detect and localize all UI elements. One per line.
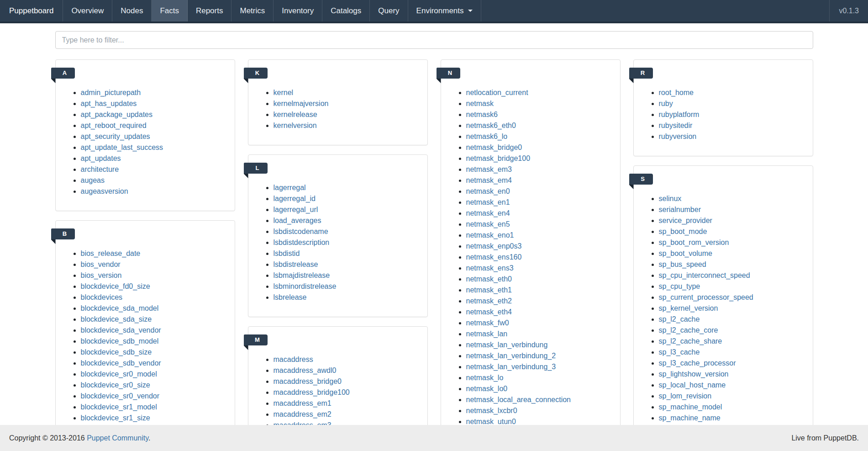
fact-link[interactable]: macaddress_bridge100	[274, 388, 350, 396]
fact-link[interactable]: architecture	[81, 165, 119, 173]
fact-link[interactable]: lagerregal_url	[274, 206, 318, 213]
fact-link[interactable]: netmask_em3	[466, 165, 512, 173]
nav-item-query[interactable]: Query	[370, 0, 408, 21]
fact-link[interactable]: netmask6	[466, 111, 498, 118]
fact-link[interactable]: macaddress_bridge0	[274, 377, 342, 385]
fact-link[interactable]: lsbdistrelease	[274, 260, 318, 268]
fact-link[interactable]: sp_lightshow_version	[659, 370, 729, 378]
fact-link[interactable]: kernelmajversion	[274, 100, 329, 107]
nav-item-nodes[interactable]: Nodes	[112, 0, 152, 21]
fact-link[interactable]: netmask_em4	[466, 176, 512, 184]
nav-item-metrics[interactable]: Metrics	[231, 0, 274, 21]
fact-link[interactable]: netmask_eno1	[466, 231, 514, 239]
fact-link[interactable]: sp_l3_cache_processor	[659, 359, 736, 367]
fact-link[interactable]: apt_package_updates	[81, 111, 153, 118]
fact-link[interactable]: service_provider	[659, 217, 712, 224]
fact-link[interactable]: apt_security_updates	[81, 133, 150, 140]
fact-link[interactable]: blockdevice_sda_model	[81, 304, 159, 312]
fact-link[interactable]: apt_updates	[81, 154, 121, 162]
fact-link[interactable]: netlocation_current	[466, 89, 528, 96]
fact-link[interactable]: root_home	[659, 89, 694, 96]
fact-link[interactable]: bios_release_date	[81, 249, 141, 257]
brand-link[interactable]: Puppetboard	[0, 0, 63, 21]
fact-link[interactable]: netmask_lan_verbindung_3	[466, 363, 556, 371]
fact-link[interactable]: blockdevice_sr0_model	[81, 370, 157, 378]
fact-link[interactable]: augeasversion	[81, 187, 128, 195]
fact-link[interactable]: sp_l2_cache	[659, 315, 700, 323]
fact-link[interactable]: sp_local_host_name	[659, 381, 726, 389]
fact-link[interactable]: sp_current_processor_speed	[659, 293, 753, 301]
fact-link[interactable]: netmask_ens3	[466, 264, 514, 272]
fact-link[interactable]: augeas	[81, 176, 105, 184]
fact-link[interactable]: netmask_bridge0	[466, 143, 522, 151]
fact-link[interactable]: blockdevice_sda_vendor	[81, 326, 161, 334]
nav-item-inventory[interactable]: Inventory	[274, 0, 322, 21]
fact-link[interactable]: bios_vendor	[81, 260, 121, 268]
fact-link[interactable]: blockdevice_fd0_size	[81, 282, 150, 290]
puppet-community-link[interactable]: Puppet Community	[87, 434, 148, 442]
fact-link[interactable]: netmask_fw0	[466, 319, 509, 327]
fact-link[interactable]: blockdevice_sr0_size	[81, 381, 150, 389]
nav-item-reports[interactable]: Reports	[188, 0, 232, 21]
fact-link[interactable]: netmask6_eth0	[466, 122, 516, 129]
fact-link[interactable]: bios_version	[81, 271, 122, 279]
fact-link[interactable]: sp_boot_rom_version	[659, 239, 729, 246]
fact-link[interactable]: netmask_lan_verbindung	[466, 341, 548, 349]
fact-link[interactable]: sp_boot_mode	[659, 228, 707, 235]
fact-link[interactable]: macaddress_em1	[274, 399, 331, 407]
fact-link[interactable]: load_averages	[274, 217, 321, 224]
fact-link[interactable]: ruby	[659, 100, 673, 107]
fact-link[interactable]: netmask_enp0s3	[466, 242, 522, 250]
fact-link[interactable]: sp_kernel_version	[659, 304, 718, 312]
fact-link[interactable]: kernel	[274, 89, 294, 96]
fact-link[interactable]: netmask_lo	[466, 374, 504, 382]
fact-link[interactable]: blockdevice_sdb_vendor	[81, 359, 161, 367]
fact-link[interactable]: netmask_lan_verbindung_2	[466, 352, 556, 360]
fact-link[interactable]: netmask_local_area_connection	[466, 396, 571, 403]
fact-link[interactable]: blockdevice_sr1_model	[81, 403, 157, 411]
fact-link[interactable]: blockdevice_sdb_model	[81, 337, 159, 345]
fact-link[interactable]: netmask_eth2	[466, 297, 512, 305]
fact-link[interactable]: netmask_eth0	[466, 275, 512, 283]
fact-link[interactable]: sp_cpu_type	[659, 282, 700, 290]
fact-link[interactable]: lsbdistcodename	[274, 228, 328, 235]
fact-link[interactable]: netmask_eth4	[466, 308, 512, 316]
fact-link[interactable]: lagerregal_id	[274, 195, 316, 202]
nav-item-catalogs[interactable]: Catalogs	[322, 0, 370, 21]
fact-link[interactable]: sp_machine_model	[659, 403, 722, 411]
fact-link[interactable]: macaddress	[274, 355, 313, 363]
fact-link[interactable]: rubyversion	[659, 133, 697, 140]
fact-link[interactable]: admin_picturepath	[81, 89, 141, 96]
fact-link[interactable]: blockdevice_sda_size	[81, 315, 152, 323]
fact-link[interactable]: macaddress_em2	[274, 410, 331, 418]
fact-link[interactable]: netmask	[466, 100, 494, 107]
fact-link[interactable]: netmask_lxcbr0	[466, 407, 517, 414]
nav-item-environments[interactable]: Environments	[408, 0, 481, 21]
fact-link[interactable]: lagerregal	[274, 184, 306, 191]
nav-item-facts[interactable]: Facts	[152, 0, 188, 21]
fact-link[interactable]: rubyplatform	[659, 111, 700, 118]
fact-link[interactable]: rubysitedir	[659, 122, 693, 129]
fact-link[interactable]: kernelrelease	[274, 111, 317, 118]
fact-link[interactable]: sp_cpu_interconnect_speed	[659, 271, 750, 279]
fact-link[interactable]: serialnumber	[659, 206, 701, 213]
fact-link[interactable]: netmask_lan	[466, 330, 508, 338]
fact-link[interactable]: netmask_ens160	[466, 253, 522, 261]
fact-link[interactable]: blockdevices	[81, 293, 123, 301]
fact-link[interactable]: sp_machine_name	[659, 414, 721, 422]
filter-input[interactable]	[55, 31, 813, 49]
fact-link[interactable]: blockdevice_sr0_vendor	[81, 392, 160, 400]
fact-link[interactable]: netmask_eth1	[466, 286, 512, 294]
fact-link[interactable]: lsbdistdescription	[274, 239, 330, 246]
fact-link[interactable]: sp_l2_cache_share	[659, 337, 722, 345]
fact-link[interactable]: netmask_utun0	[466, 418, 516, 425]
fact-link[interactable]: blockdevice_sdb_size	[81, 348, 152, 356]
fact-link[interactable]: netmask_en5	[466, 220, 510, 228]
fact-link[interactable]: netmask_en0	[466, 187, 510, 195]
nav-item-overview[interactable]: Overview	[63, 0, 112, 21]
fact-link[interactable]: lsbrelease	[274, 293, 307, 301]
fact-link[interactable]: apt_update_last_success	[81, 143, 163, 151]
fact-link[interactable]: sp_bus_speed	[659, 260, 706, 268]
fact-link[interactable]: lsbminordistrelease	[274, 282, 337, 290]
fact-link[interactable]: blockdevice_sr1_size	[81, 414, 150, 422]
